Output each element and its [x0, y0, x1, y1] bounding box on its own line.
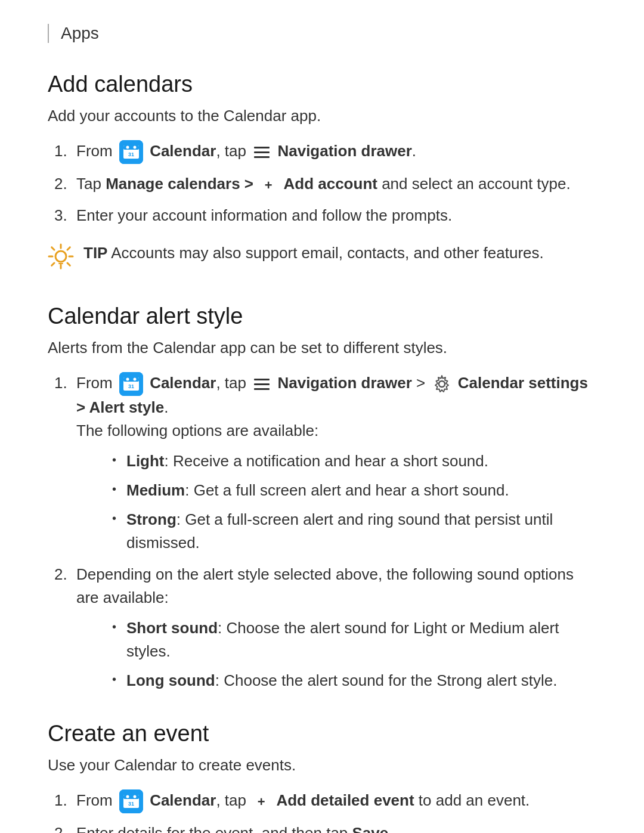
section-intro-alert-style: Alerts from the Calendar app can be set …	[48, 339, 596, 357]
svg-point-27	[126, 795, 129, 798]
calendar-app-icon-3: 31	[119, 789, 143, 813]
section-create-event: Create an event Use your Calendar to cre…	[48, 721, 596, 833]
svg-point-3	[126, 146, 129, 149]
steps-add-calendars: From 31 Calendar, tap	[72, 140, 596, 227]
bullet-light: Light: Receive a notification and hear a…	[112, 450, 596, 473]
bullet-short-sound: Short sound: Choose the alert sound for …	[112, 617, 596, 663]
section-heading-create-event: Create an event	[48, 721, 596, 747]
save-label: Save	[352, 824, 389, 833]
step-add-cal-3: Enter your account information and follo…	[72, 204, 596, 227]
calendar-label-1: Calendar	[150, 142, 216, 160]
alert-style-bullets: Light: Receive a notification and hear a…	[112, 450, 596, 555]
calendar-label-3: Calendar	[150, 791, 216, 809]
svg-point-20	[126, 378, 129, 381]
step-add-cal-1: From 31 Calendar, tap	[72, 140, 596, 164]
nav-drawer-label-1: Navigation drawer	[277, 142, 411, 160]
svg-point-14	[55, 251, 66, 262]
tip-box-add-calendars: TIP Accounts may also support email, con…	[48, 241, 596, 275]
bullet-strong: Strong: Get a full-screen alert and ring…	[112, 508, 596, 555]
svg-line-13	[52, 263, 54, 265]
step-create-1: From 31 Calendar, tap + Add detailed eve…	[72, 789, 596, 813]
section-calendar-alert-style: Calendar alert style Alerts from the Cal…	[48, 304, 596, 692]
svg-line-12	[67, 247, 70, 250]
svg-point-23	[439, 381, 445, 387]
bullet-medium: Medium: Get a full screen alert and hear…	[112, 479, 596, 502]
add-event-plus-icon: +	[252, 792, 270, 810]
svg-rect-26	[123, 795, 139, 799]
step-alert-2: Depending on the alert style selected ab…	[72, 563, 596, 692]
svg-text:31: 31	[128, 801, 134, 807]
steps-create-event: From 31 Calendar, tap + Add detailed eve…	[72, 789, 596, 833]
svg-text:31: 31	[128, 151, 134, 157]
section-heading-add-calendars: Add calendars	[48, 72, 596, 97]
svg-line-10	[52, 247, 54, 250]
calendar-label-2: Calendar	[150, 374, 216, 392]
svg-rect-15	[58, 261, 63, 262]
manage-calendars-label: Manage calendars >	[106, 175, 253, 193]
page-header: Apps	[48, 24, 596, 43]
step-add-cal-2: Tap Manage calendars > + Add account and…	[72, 172, 596, 196]
svg-text:31: 31	[128, 383, 134, 389]
svg-line-11	[67, 263, 70, 265]
step-alert-1: From 31 Calendar, tap	[72, 371, 596, 555]
section-intro-create-event: Use your Calendar to create events.	[48, 756, 596, 775]
tip-text: TIP Accounts may also support email, con…	[83, 241, 544, 265]
page-container: Apps Add calendars Add your accounts to …	[0, 0, 644, 833]
nav-drawer-icon-1	[253, 145, 271, 159]
nav-drawer-label-2: Navigation drawer	[277, 374, 411, 392]
tip-label: TIP	[83, 244, 107, 262]
bullet-long-sound: Long sound: Choose the alert sound for t…	[112, 669, 596, 692]
nav-drawer-icon-2	[253, 377, 271, 391]
add-account-plus-icon: +	[259, 176, 277, 194]
svg-rect-2	[123, 145, 139, 150]
svg-point-28	[133, 795, 136, 798]
calendar-settings-gear-icon	[431, 373, 453, 395]
tip-icon	[48, 243, 74, 275]
calendar-app-icon-2: 31	[119, 372, 143, 396]
section-heading-alert-style: Calendar alert style	[48, 304, 596, 329]
section-add-calendars: Add calendars Add your accounts to the C…	[48, 72, 596, 275]
steps-alert-style: From 31 Calendar, tap	[72, 371, 596, 692]
sound-option-bullets: Short sound: Choose the alert sound for …	[112, 617, 596, 692]
svg-point-4	[133, 146, 136, 149]
section-intro-add-calendars: Add your accounts to the Calendar app.	[48, 107, 596, 125]
svg-point-21	[133, 378, 136, 381]
svg-rect-16	[58, 263, 63, 264]
page-title: Apps	[61, 24, 99, 43]
step-create-2: Enter details for the event, and then ta…	[72, 822, 596, 833]
calendar-app-icon: 31	[119, 140, 143, 164]
svg-rect-19	[123, 377, 139, 382]
add-account-label: Add account	[283, 175, 377, 193]
add-detailed-event-label: Add detailed event	[276, 791, 414, 809]
